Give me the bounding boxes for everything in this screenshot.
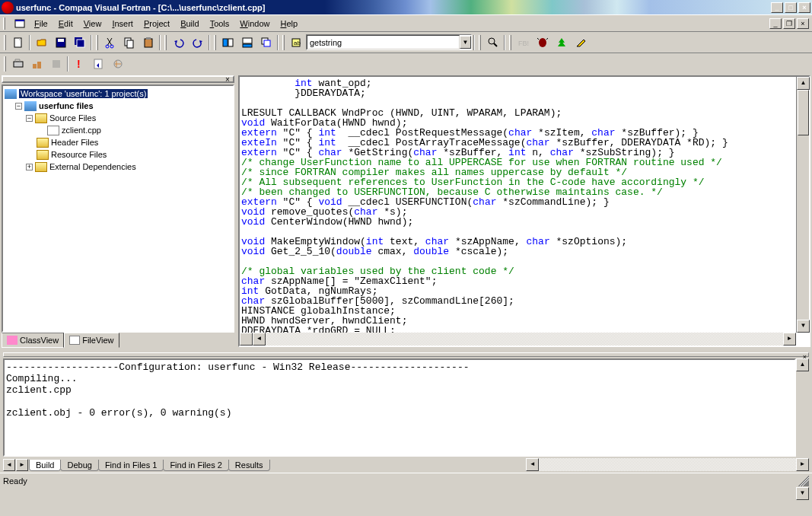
menu-window[interactable]: Window [234,18,275,30]
find-context-button[interactable]: ab [288,34,305,51]
grip[interactable] [4,56,6,72]
output-hscroll-track[interactable] [539,458,796,471]
output-tab-build[interactable]: Build [29,460,61,471]
scroll-right-button[interactable]: ► [783,333,796,346]
save-button[interactable] [52,34,69,51]
minimize-button[interactable]: _ [771,2,783,13]
grip[interactable] [3,18,5,30]
collapse-icon[interactable]: − [15,103,22,110]
tree-folder-header[interactable]: Header Files [37,136,231,148]
menu-edit[interactable]: Edit [53,18,78,30]
grip[interactable] [479,35,481,50]
scroll-up-button[interactable]: ▲ [797,77,810,90]
code-text[interactable]: int want_opd; }DDERAYDATA; LRESULT CALLB… [240,77,809,346]
horizontal-scrollbar[interactable]: ◄ ► [240,333,796,346]
edit-button[interactable] [572,34,589,51]
output-hscroll-left[interactable]: ◄ [526,458,539,471]
maximize-button[interactable]: □ [785,2,797,13]
output-vscroll[interactable]: ▲ ▼ [796,358,809,457]
output-button[interactable] [238,34,256,51]
menu-project[interactable]: Project [139,18,175,30]
svg-line-25 [537,38,539,40]
tab-fileview[interactable]: FileView [64,333,119,348]
output-hscroll-right[interactable]: ► [796,458,809,471]
scroll-down-button[interactable]: ▼ [796,487,809,500]
find-combo[interactable]: getstring ▼ [306,34,472,50]
menu-help[interactable]: Help [275,18,303,30]
output-panel-header[interactable]: × [3,352,809,357]
grip[interactable] [4,35,6,50]
grip[interactable] [96,35,98,50]
app-menu-icon[interactable] [11,15,28,32]
scroll-thumb[interactable] [798,90,809,135]
new-file-button[interactable] [9,34,27,51]
output-tab-results[interactable]: Results [228,460,270,471]
mdi-restore-button[interactable]: ❐ [783,18,795,29]
expand-icon[interactable]: + [26,164,33,170]
copy-button[interactable] [120,34,138,51]
panel-header[interactable]: × [2,75,234,83]
scroll-down-button[interactable]: ▼ [797,320,810,333]
panel-close-icon[interactable]: × [801,353,808,356]
debug-button[interactable] [533,34,551,51]
tree-workspace-node[interactable]: Workspace 'userfunc': 1 project(s) [5,88,231,100]
project-icon [24,101,37,111]
window-list-button[interactable] [257,34,275,51]
source-browser-button: FB! [514,34,532,51]
mdi-minimize-button[interactable]: _ [769,18,782,29]
tree-folder-source[interactable]: −Source Files [26,112,231,124]
workspace-button[interactable] [219,34,237,51]
workspace-panel: × Workspace 'userfunc': 1 project(s) −us… [0,74,238,349]
save-all-button[interactable] [71,34,88,51]
go-button[interactable] [90,56,107,72]
grip[interactable] [164,35,167,50]
paste-button[interactable] [139,34,157,51]
menu-file[interactable]: File [29,18,53,30]
tree-folder-resource[interactable]: Resource Files [37,148,231,161]
compile-button[interactable] [9,56,27,72]
vertical-scrollbar[interactable]: ▲ ▼ [796,77,809,333]
menu-tools[interactable]: Tools [205,18,235,30]
panel-close-icon[interactable]: × [224,75,231,84]
scroll-track[interactable] [266,333,783,346]
tree-file-zclient[interactable]: zclient.cpp [47,124,231,136]
output-text[interactable]: -------------------Configuration: userfu… [3,358,796,457]
workspace-tree[interactable]: Workspace 'userfunc': 1 project(s) −user… [2,84,234,333]
code-editor[interactable]: int want_opd; }DDERAYDATA; LRESULT CALLB… [238,75,810,347]
build-button[interactable] [28,56,46,72]
cut-button[interactable] [101,34,119,51]
scroll-left-button[interactable]: ◄ [253,333,266,346]
grip[interactable] [282,35,285,50]
svg-rect-18 [264,40,270,46]
grip[interactable] [214,35,216,50]
undo-button[interactable] [170,34,187,51]
breakpoint-button[interactable] [109,56,126,72]
grip[interactable] [509,35,511,50]
tree-project-node[interactable]: −userfunc files [15,100,231,112]
resize-grip[interactable] [798,476,809,486]
menu-insert[interactable]: Insert [107,18,139,30]
mdi-close-button[interactable]: × [797,18,809,29]
tab-scroll-right[interactable]: ► [16,459,28,471]
tree-folder-external[interactable]: +External Dependencies [26,161,231,173]
split-button[interactable] [240,333,253,346]
open-button[interactable] [33,34,50,51]
dropdown-arrow-icon[interactable]: ▼ [460,36,471,49]
execute-button[interactable]: ! [71,56,88,72]
find-button[interactable] [484,34,502,51]
tab-scroll-left[interactable]: ◄ [3,459,15,471]
svg-rect-16 [243,44,252,47]
stop-build-button[interactable] [47,56,65,72]
output-tab-find-in-files-2[interactable]: Find in Files 2 [163,460,228,471]
svg-rect-15 [243,38,252,43]
collapse-icon[interactable]: − [26,115,33,122]
scroll-up-button[interactable]: ▲ [796,358,809,371]
menu-build[interactable]: Build [175,18,204,30]
output-tab-find-in-files-1[interactable]: Find in Files 1 [98,460,164,471]
close-button[interactable]: × [798,2,810,13]
redo-button[interactable] [189,34,206,51]
tab-classview[interactable]: ClassView [2,333,64,348]
output-tab-debug[interactable]: Debug [60,460,98,471]
menu-view[interactable]: View [78,18,107,30]
tree-view-button[interactable] [552,34,570,51]
